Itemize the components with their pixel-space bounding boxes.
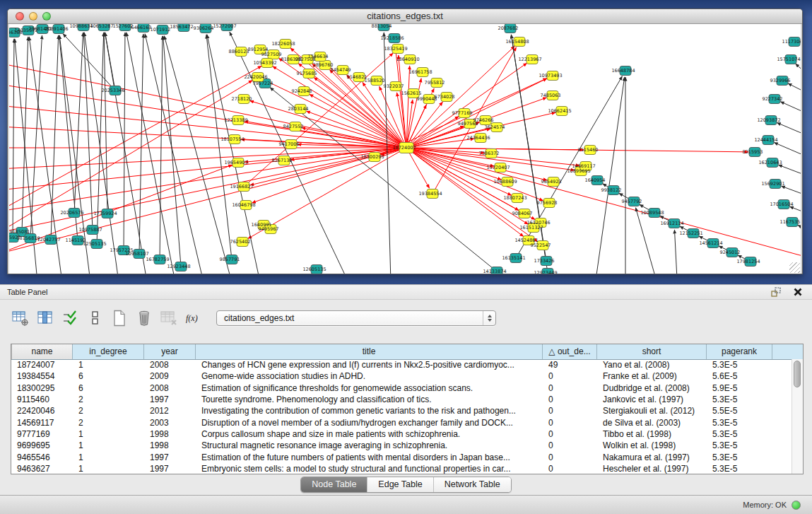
table-cell: 9463627: [11, 464, 73, 474]
tab-edge-table[interactable]: Edge Table: [367, 477, 433, 492]
window-titlebar[interactable]: citations_edges.txt: [8, 9, 802, 24]
table-row[interactable]: 1938455462009Genome-wide association stu…: [11, 370, 792, 382]
table-cell: 0: [543, 406, 597, 416]
table-vertical-scrollbar[interactable]: [792, 359, 803, 474]
table-cell: 18724007: [11, 360, 73, 370]
float-panel-icon[interactable]: [770, 286, 784, 298]
table-row[interactable]: 1830029562008Estimation of significance …: [11, 382, 792, 394]
selection-mode-icon[interactable]: [59, 308, 81, 327]
table-cell: 5.3E-5: [707, 418, 772, 428]
graph-edge[interactable]: [780, 102, 801, 114]
table-cell: 1998: [144, 440, 196, 450]
graph-edge[interactable]: [363, 82, 406, 148]
create-table-icon[interactable]: [109, 308, 130, 327]
table-cell: 5.3E-5: [707, 429, 772, 439]
column-header-year[interactable]: year: [144, 344, 196, 359]
graph-node-label: 16210643: [758, 160, 782, 165]
graph-edge[interactable]: [9, 148, 406, 211]
graph-node-label: 9522547: [531, 243, 551, 248]
graph-edge[interactable]: [788, 83, 801, 93]
graph-node-label: 9306264: [194, 25, 214, 31]
show-columns-icon[interactable]: [35, 308, 56, 327]
table-cell: 1: [73, 360, 144, 370]
graph-edge[interactable]: [9, 81, 252, 233]
graph-edge[interactable]: [126, 33, 175, 274]
graph-edge[interactable]: [406, 148, 801, 257]
graph-edge[interactable]: [264, 80, 406, 148]
graph-edge[interactable]: [796, 64, 801, 75]
table-toolbar: f(x) citations_edges.txt: [0, 300, 812, 330]
graph-edge[interactable]: [105, 33, 147, 274]
table-cell: 9115460: [11, 395, 73, 404]
zoom-window-button[interactable]: [42, 12, 51, 21]
close-panel-icon[interactable]: [791, 286, 805, 298]
graph-edge[interactable]: [789, 206, 801, 214]
close-window-button[interactable]: [16, 12, 24, 21]
graph-edge[interactable]: [596, 77, 625, 274]
graph-node-label: 16961758: [408, 69, 432, 75]
table-cell: 9699695: [11, 440, 73, 450]
graph-node-label: 19384554: [418, 191, 442, 197]
table-header-row: namein_degreeyeartitle△ out_de...shortpa…: [11, 344, 803, 360]
graph-edge[interactable]: [206, 35, 232, 259]
graph-edge[interactable]: [139, 34, 143, 254]
table-row[interactable]: 969969511998Structural magnetic resonanc…: [11, 440, 792, 451]
scrollbar-thumb[interactable]: [794, 361, 801, 387]
table-cell: 5.3E-5: [707, 440, 772, 450]
table-row[interactable]: 1456911722003Disruption of a novel membe…: [11, 416, 792, 428]
table-settings-icon[interactable]: [10, 308, 31, 327]
graph-edge[interactable]: [207, 35, 260, 274]
graph-node-label: 1640954: [585, 177, 606, 183]
window-resize-grip[interactable]: [789, 262, 800, 273]
table-cell: Tourette syndrome. Phenomenology and cla…: [196, 395, 543, 404]
graph-edge[interactable]: [22, 37, 28, 232]
table-row[interactable]: 1872400712008Changes of HCN gene express…: [11, 359, 792, 370]
table-row[interactable]: 911546021997Tourette syndrome. Phenomeno…: [11, 394, 792, 405]
graph-node-label: 12213389: [224, 117, 247, 123]
table-row[interactable]: 946554611997Estimation of the future num…: [11, 451, 792, 462]
minimize-window-button[interactable]: [29, 12, 37, 21]
network-canvas[interactable]: 9846366140355722068148120891406109886341…: [9, 24, 801, 274]
graph-edge[interactable]: [774, 143, 801, 157]
function-builder-icon[interactable]: f(x): [183, 308, 204, 327]
table-row[interactable]: 977716911998Corpus callosum shape and si…: [11, 428, 792, 440]
graph-node-label: 10653287: [90, 24, 113, 29]
column-header-title[interactable]: title: [196, 344, 543, 359]
table-row[interactable]: 2242004622012Investigating the contribut…: [11, 405, 792, 416]
graph-edge[interactable]: [781, 186, 801, 196]
table-cell: 2008: [144, 360, 196, 370]
column-header-short[interactable]: short: [597, 344, 707, 359]
graph-edge[interactable]: [674, 230, 677, 274]
graph-edge[interactable]: [778, 165, 801, 176]
tab-node-table[interactable]: Node Table: [301, 477, 367, 492]
graph-node-label: 18300295: [360, 154, 384, 160]
table-cell: 1: [73, 429, 144, 439]
column-header-in_degree[interactable]: in_degree: [73, 344, 144, 359]
row-height-icon[interactable]: [84, 308, 105, 327]
graph-node-label: 9857791: [220, 257, 240, 262]
table-cell: 6: [73, 383, 144, 393]
graph-edge[interactable]: [164, 36, 232, 274]
column-header-name[interactable]: name: [11, 344, 73, 359]
graph-node-label: 3624574: [485, 124, 505, 130]
table-selector-dropdown[interactable]: citations_edges.txt: [216, 310, 496, 326]
table-row[interactable]: 946362711997Embryonic stem cells: a mode…: [11, 463, 792, 474]
graph-node-label: 15272007: [213, 24, 236, 29]
table-selector-value: citations_edges.txt: [224, 313, 294, 323]
graph-node-label: 8454749: [331, 67, 351, 73]
graph-node-label: 18226058: [271, 41, 295, 47]
tab-network-table[interactable]: Network Table: [433, 477, 511, 492]
graph-edge[interactable]: [798, 225, 801, 230]
table-cell: Structural magnetic resonance image aver…: [196, 440, 543, 450]
graph-edge[interactable]: [145, 34, 204, 274]
graph-edge[interactable]: [777, 123, 801, 136]
graph-edge[interactable]: [13, 39, 14, 238]
delete-columns-trash-icon[interactable]: [134, 308, 155, 327]
column-header-pagerank[interactable]: pagerank: [707, 344, 772, 359]
table-cell: 1997: [144, 452, 196, 462]
column-header-out_de[interactable]: △ out_de...: [543, 344, 597, 359]
graph-edge[interactable]: [9, 148, 406, 169]
graph-node-label: 12093872: [757, 117, 780, 123]
graph-node-label: 10662415: [548, 108, 571, 114]
table-cell: 5.3E-5: [707, 395, 772, 404]
